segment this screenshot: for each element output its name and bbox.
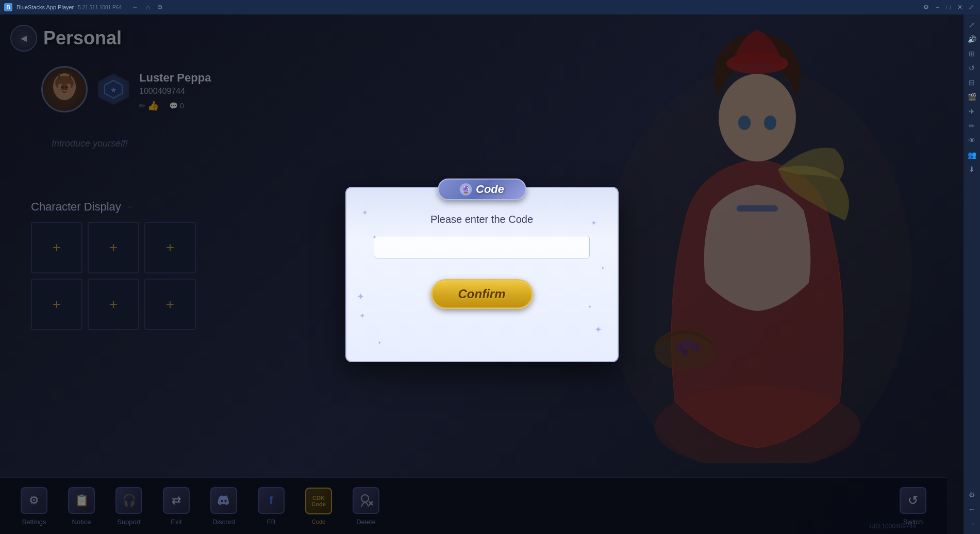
modal-prompt: Please enter the Code [430,214,533,225]
expand-btn[interactable]: ⤢ [967,3,976,12]
minimize-btn[interactable]: − [933,3,942,12]
sidebar-airplane-icon[interactable]: ✈ [966,105,978,118]
confirm-button[interactable]: Confirm [431,279,533,309]
window-controls: ⚙ − □ ✕ ⤢ [921,3,976,12]
sparkle-4: ✦ [359,312,366,320]
close-btn[interactable]: ✕ [955,3,965,12]
modal-body: Please enter the Code Confirm [362,214,602,309]
sparkle-5: ✦ [594,324,602,335]
sidebar-eye-icon[interactable]: 👁 [966,134,978,147]
sidebar-users-icon[interactable]: 👥 [966,149,978,161]
nav-home-btn[interactable]: ⌂ [143,3,153,12]
sidebar-settings-icon[interactable]: ⚙ [966,489,978,501]
modal-header: 🔮 Code [438,179,526,200]
sidebar-download-icon[interactable]: ⬇ [966,163,978,175]
sidebar-forward-arrow-icon[interactable]: → [966,517,978,530]
modal-title: Code [476,183,504,196]
code-modal: 🔮 Code ✦ ✦ ✦ ✦ ✦ ✦ ✦ ✦ ✦ Please enter th… [345,187,619,362]
code-input[interactable] [374,236,590,258]
settings-btn[interactable]: ⚙ [921,3,931,12]
sidebar-screenshot-icon[interactable]: ⊟ [966,76,978,89]
titlebar-left: B BlueStacks App Player 5.21.511.1001 P6… [4,3,165,12]
bluestacks-logo: B [4,3,12,11]
right-sidebar: ⤢ 🔊 ⊞ ↺ ⊟ 🎬 ✈ ✏ 👁 👥 ⬇ ⚙ ← → [964,14,980,534]
maximize-btn[interactable]: □ [944,3,953,12]
sidebar-record-icon[interactable]: 🎬 [966,91,978,103]
sidebar-back-arrow-icon[interactable]: ← [966,503,978,515]
nav-history-btn[interactable]: ⧉ [156,3,165,12]
sidebar-edit-icon[interactable]: ✏ [966,120,978,132]
sidebar-volume-icon[interactable]: 🔊 [966,33,978,45]
sidebar-rotate-icon[interactable]: ↺ [966,62,978,74]
sidebar-apps-icon[interactable]: ⊞ [966,47,978,60]
nav-back-btn[interactable]: ← [131,3,140,12]
app-version: 5.21.511.1001 P64 [78,5,122,10]
sparkle-6: ✦ [377,340,381,346]
app-title: BlueStacks App Player [16,4,74,10]
sidebar-expand-icon[interactable]: ⤢ [966,19,978,31]
game-area: ◄ Personal ★ Luster [0,14,964,534]
modal-overlay: 🔮 Code ✦ ✦ ✦ ✦ ✦ ✦ ✦ ✦ ✦ Please enter th… [0,14,964,534]
titlebar: B BlueStacks App Player 5.21.511.1001 P6… [0,0,980,14]
modal-header-icon: 🔮 [459,183,472,196]
